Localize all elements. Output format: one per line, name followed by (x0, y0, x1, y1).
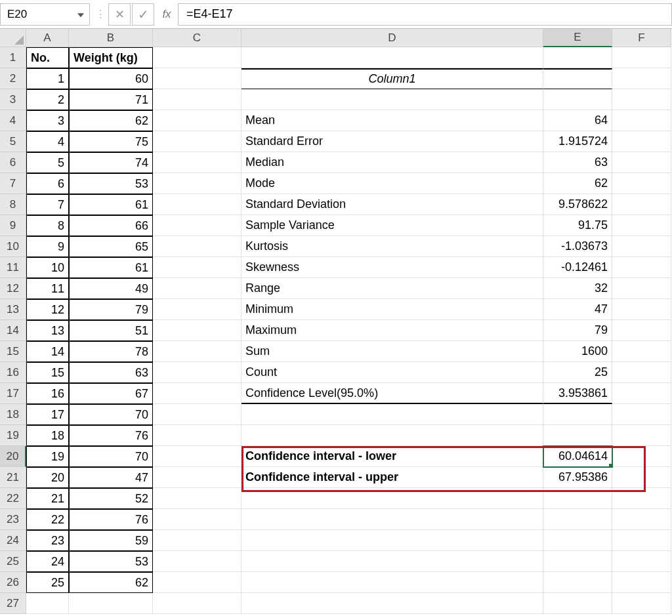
cell-E4[interactable]: 64 (543, 110, 612, 131)
cell-B10[interactable]: 65 (69, 236, 153, 257)
cell-E17[interactable]: 3.953861 (543, 383, 612, 404)
cell-B14[interactable]: 51 (69, 320, 153, 341)
cell-E3[interactable] (543, 89, 612, 110)
row-header-4[interactable]: 4 (0, 110, 26, 131)
cell-F21[interactable] (612, 467, 671, 488)
cell-F13[interactable] (612, 299, 671, 320)
cell-C14[interactable] (153, 320, 242, 341)
cell-F18[interactable] (612, 404, 671, 425)
cell-F25[interactable] (612, 551, 671, 572)
cell-A6[interactable]: 5 (26, 152, 69, 173)
cell-F10[interactable] (612, 236, 671, 257)
cell-A22[interactable]: 21 (26, 488, 69, 509)
cell-D16[interactable]: Count (242, 362, 543, 383)
select-all-corner[interactable] (0, 29, 26, 47)
cell-F3[interactable] (612, 89, 671, 110)
cell-A23[interactable]: 22 (26, 509, 69, 530)
cell-D26[interactable] (242, 572, 543, 593)
cell-D11[interactable]: Skewness (242, 257, 543, 278)
cell-B11[interactable]: 61 (69, 257, 153, 278)
cell-D27[interactable] (242, 593, 543, 614)
cell-A2[interactable]: 1 (26, 68, 69, 89)
cell-B4[interactable]: 62 (69, 110, 153, 131)
row-header-22[interactable]: 22 (0, 488, 26, 509)
cell-C9[interactable] (153, 215, 242, 236)
cell-B24[interactable]: 59 (69, 530, 153, 551)
cell-A20[interactable]: 19 (26, 446, 69, 467)
cell-C24[interactable] (153, 530, 242, 551)
cell-E7[interactable]: 62 (543, 173, 612, 194)
cell-C4[interactable] (153, 110, 242, 131)
row-header-21[interactable]: 21 (0, 467, 26, 488)
cell-C23[interactable] (153, 509, 242, 530)
cell-B6[interactable]: 74 (69, 152, 153, 173)
cell-B21[interactable]: 47 (69, 467, 153, 488)
row-header-13[interactable]: 13 (0, 299, 26, 320)
row-header-18[interactable]: 18 (0, 404, 26, 425)
cell-D10[interactable]: Kurtosis (242, 236, 543, 257)
cell-E13[interactable]: 47 (543, 299, 612, 320)
cell-A4[interactable]: 3 (26, 110, 69, 131)
confirm-icon[interactable]: ✓ (132, 3, 154, 26)
formula-input[interactable]: =E4-E17 (178, 3, 672, 26)
cell-A26[interactable]: 25 (26, 572, 69, 593)
row-header-5[interactable]: 5 (0, 131, 26, 152)
cell-A7[interactable]: 6 (26, 173, 69, 194)
cell-A8[interactable]: 7 (26, 194, 69, 215)
cell-F1[interactable] (612, 47, 671, 68)
cell-B15[interactable]: 78 (69, 341, 153, 362)
col-header-A[interactable]: A (26, 29, 69, 47)
cell-A24[interactable]: 23 (26, 530, 69, 551)
cell-C18[interactable] (153, 404, 242, 425)
cell-C15[interactable] (153, 341, 242, 362)
cell-B18[interactable]: 70 (69, 404, 153, 425)
cell-A27[interactable] (26, 593, 69, 614)
cell-B13[interactable]: 79 (69, 299, 153, 320)
cell-B1[interactable]: Weight (kg) (69, 47, 153, 68)
cell-F20[interactable] (612, 446, 671, 467)
row-header-8[interactable]: 8 (0, 194, 26, 215)
cell-F17[interactable] (612, 383, 671, 404)
cell-D1[interactable] (242, 47, 543, 68)
cell-D4[interactable]: Mean (242, 110, 543, 131)
row-header-15[interactable]: 15 (0, 341, 26, 362)
cell-F7[interactable] (612, 173, 671, 194)
cell-C26[interactable] (153, 572, 242, 593)
cell-B22[interactable]: 52 (69, 488, 153, 509)
cell-E18[interactable] (543, 404, 612, 425)
cell-C12[interactable] (153, 278, 242, 299)
cell-F2[interactable] (612, 68, 671, 89)
cell-D2[interactable]: Column1 (242, 68, 543, 89)
cell-D7[interactable]: Mode (242, 173, 543, 194)
cell-D12[interactable]: Range (242, 278, 543, 299)
col-header-F[interactable]: F (612, 29, 671, 47)
cell-F19[interactable] (612, 425, 671, 446)
cell-F23[interactable] (612, 509, 671, 530)
cell-C3[interactable] (153, 89, 242, 110)
row-header-17[interactable]: 17 (0, 383, 26, 404)
cell-D19[interactable] (242, 425, 543, 446)
row-header-7[interactable]: 7 (0, 173, 26, 194)
cell-E1[interactable] (543, 47, 612, 68)
cell-A18[interactable]: 17 (26, 404, 69, 425)
cell-D9[interactable]: Sample Variance (242, 215, 543, 236)
cell-B27[interactable] (69, 593, 153, 614)
cell-B5[interactable]: 75 (69, 131, 153, 152)
cell-C20[interactable] (153, 446, 242, 467)
cell-E19[interactable] (543, 425, 612, 446)
cell-F4[interactable] (612, 110, 671, 131)
cell-C19[interactable] (153, 425, 242, 446)
cell-A15[interactable]: 14 (26, 341, 69, 362)
cell-E8[interactable]: 9.578622 (543, 194, 612, 215)
cell-E2[interactable] (543, 68, 612, 89)
cell-E11[interactable]: -0.12461 (543, 257, 612, 278)
cell-F27[interactable] (612, 593, 671, 614)
cell-D14[interactable]: Maximum (242, 320, 543, 341)
cell-F22[interactable] (612, 488, 671, 509)
cell-E15[interactable]: 1600 (543, 341, 612, 362)
cell-A13[interactable]: 12 (26, 299, 69, 320)
cell-C10[interactable] (153, 236, 242, 257)
cell-F16[interactable] (612, 362, 671, 383)
cell-D21[interactable]: Confidence interval - upper (242, 467, 543, 488)
cell-A21[interactable]: 20 (26, 467, 69, 488)
